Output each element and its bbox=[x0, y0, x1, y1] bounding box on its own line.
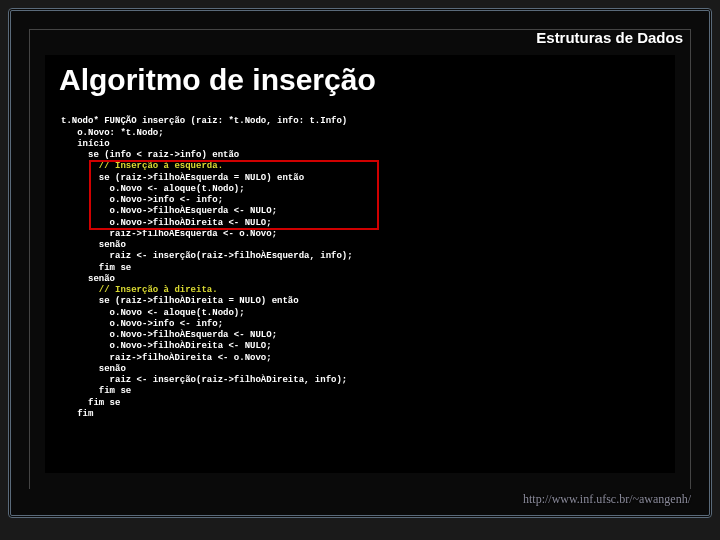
code-line: t.Nodo* FUNÇÃO inserção (raiz: *t.Nodo, … bbox=[61, 116, 347, 126]
code-line: senão bbox=[61, 364, 126, 374]
code-line: raiz <- inserção(raiz->filhoÀEsquerda, i… bbox=[61, 251, 353, 261]
code-line: fim se bbox=[61, 386, 131, 396]
code-line: o.Novo: *t.Nodo; bbox=[61, 128, 164, 138]
code-line: o.Novo <- aloque(t.Nodo); bbox=[61, 184, 245, 194]
slide-title: Algoritmo de inserção bbox=[59, 63, 661, 97]
code-line: raiz->filhoÀEsquerda <- o.Novo; bbox=[61, 229, 277, 239]
code-line: se (info < raiz->info) então bbox=[61, 150, 239, 160]
code-line: fim se bbox=[61, 263, 131, 273]
code-comment: // Inserção à esquerda. bbox=[61, 161, 223, 171]
code-line: senão bbox=[61, 240, 126, 250]
code-line: o.Novo <- aloque(t.Nodo); bbox=[61, 308, 245, 318]
slide-content: Algoritmo de inserção t.Nodo* FUNÇÃO ins… bbox=[45, 55, 675, 473]
code-block: t.Nodo* FUNÇÃO inserção (raiz: *t.Nodo, … bbox=[59, 105, 661, 443]
footer-url: http://www.inf.ufsc.br/~awangenh/ bbox=[523, 492, 691, 507]
code-line: raiz <- inserção(raiz->filhoÀDireita, in… bbox=[61, 375, 347, 385]
slide-frame: Estruturas de Dados Algoritmo de inserçã… bbox=[8, 8, 712, 518]
code-line: senão bbox=[61, 274, 115, 284]
code-comment: // Inserção à direita. bbox=[61, 285, 218, 295]
code-line: o.Novo->filhoÀEsquerda <- NULO; bbox=[61, 206, 277, 216]
code-line: se (raiz->filhoÀDireita = NULO) então bbox=[61, 296, 299, 306]
code-line: fim bbox=[61, 409, 93, 419]
code-line: o.Novo->info <- info; bbox=[61, 195, 223, 205]
code-line: início bbox=[61, 139, 110, 149]
code-line: raiz->filhoÀDireita <- o.Novo; bbox=[61, 353, 272, 363]
code-line: o.Novo->filhoÀDireita <- NULO; bbox=[61, 341, 272, 351]
code-line: o.Novo->filhoÀEsquerda <- NULO; bbox=[61, 330, 277, 340]
code-line: se (raiz->filhoÀEsquerda = NULO) então bbox=[61, 173, 304, 183]
code-line: o.Novo->filhoÀDireita <- NULO; bbox=[61, 218, 272, 228]
code-line: o.Novo->info <- info; bbox=[61, 319, 223, 329]
code-line: fim se bbox=[61, 398, 120, 408]
